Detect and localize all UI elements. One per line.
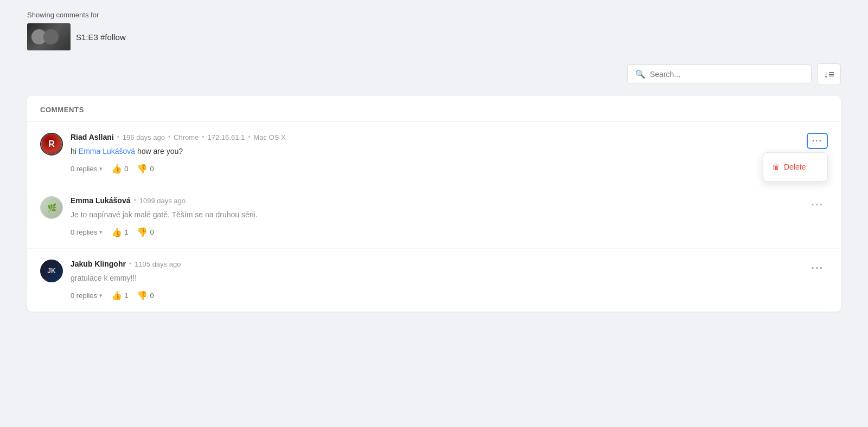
- comment-options: ··· 🗑 Delete: [807, 133, 828, 149]
- options-button[interactable]: ···: [807, 133, 828, 149]
- mention-link[interactable]: Emma Lukášová: [79, 147, 135, 156]
- page-container: Showing comments for S1:E3 #follow 🔍 ↓≡ …: [11, 0, 857, 322]
- options-button[interactable]: ···: [807, 196, 828, 213]
- comments-panel: Comments R Riad Asllani • 196 days ago •…: [27, 96, 841, 312]
- comment-text-after-mention: how are you?: [135, 147, 183, 156]
- replies-button[interactable]: 0 replies ▾: [71, 292, 103, 300]
- options-button[interactable]: ···: [807, 260, 828, 276]
- delete-label: Delete: [784, 163, 806, 171]
- comment-actions: 0 replies ▾ 👍 0 👎 0: [71, 164, 828, 174]
- comment-author: Jakub Klingohr: [71, 260, 126, 268]
- like-group: 👍 0: [111, 164, 128, 174]
- comment-author: Emma Lukášová: [71, 196, 131, 205]
- thumbs-up-icon[interactable]: 👍: [111, 227, 122, 237]
- delete-option[interactable]: 🗑 Delete: [763, 157, 827, 177]
- thumbs-down-icon[interactable]: 👎: [137, 290, 148, 301]
- comment-meta: Jakub Klingohr • 1105 days ago: [71, 260, 828, 268]
- comment-body: Emma Lukášová • 1099 days ago Je to napí…: [71, 196, 828, 237]
- comment-browser: Chrome: [174, 133, 199, 141]
- avatar-image: 🌿: [41, 197, 62, 218]
- episode-thumbnail: [27, 23, 71, 50]
- comment-text: gratulace k emmy!!!: [71, 273, 828, 284]
- thumbs-up-icon[interactable]: 👍: [111, 164, 122, 174]
- replies-button[interactable]: 0 replies ▾: [71, 228, 103, 236]
- dropdown-menu: 🗑 Delete: [763, 152, 828, 182]
- meta-dot: •: [168, 133, 170, 141]
- header-section: Showing comments for S1:E3 #follow: [27, 11, 841, 50]
- meta-dot: •: [129, 260, 131, 268]
- thumbs-up-icon[interactable]: 👍: [111, 290, 122, 301]
- trash-icon: 🗑: [772, 163, 780, 171]
- comment-actions: 0 replies ▾ 👍 1 👎 0: [71, 227, 828, 237]
- like-group: 👍 1: [111, 227, 128, 237]
- chevron-down-icon: ▾: [99, 229, 103, 236]
- comment-meta: Emma Lukášová • 1099 days ago: [71, 196, 828, 205]
- dislike-group: 👎 0: [137, 164, 154, 174]
- comment-days-ago: 1099 days ago: [139, 197, 186, 205]
- like-count: 0: [124, 165, 128, 173]
- comment-os: Mac OS X: [253, 133, 285, 141]
- comment-text: Je to napínavé jak malé gatě. Těším se n…: [71, 209, 828, 221]
- table-row: R Riad Asllani • 196 days ago • Chrome •…: [27, 122, 841, 185]
- dislike-count: 0: [150, 165, 154, 173]
- like-group: 👍 1: [111, 290, 128, 301]
- episode-title: S1:E3 #follow: [76, 33, 126, 42]
- like-count: 1: [124, 228, 128, 236]
- thumbs-down-icon[interactable]: 👎: [137, 164, 148, 174]
- episode-info: S1:E3 #follow: [27, 23, 841, 50]
- comment-body: Jakub Klingohr • 1105 days ago gratulace…: [71, 260, 828, 301]
- replies-count: 0 replies: [71, 292, 97, 300]
- comment-body: Riad Asllani • 196 days ago • Chrome • 1…: [71, 133, 828, 174]
- chevron-down-icon: ▾: [99, 165, 103, 172]
- sort-icon: ↓≡: [824, 69, 834, 79]
- dislike-count: 0: [150, 292, 154, 300]
- sort-button[interactable]: ↓≡: [817, 63, 841, 85]
- search-box: 🔍: [627, 64, 812, 84]
- comment-options: ···: [807, 196, 828, 213]
- dislike-count: 0: [150, 228, 154, 236]
- thumbnail-figure2: [43, 29, 59, 44]
- replies-count: 0 replies: [71, 228, 97, 236]
- avatar-image: JK: [40, 260, 63, 282]
- comment-options: ···: [807, 260, 828, 276]
- dislike-group: 👎 0: [137, 290, 154, 301]
- search-sort-bar: 🔍 ↓≡: [27, 63, 841, 85]
- like-count: 1: [124, 292, 128, 300]
- comment-meta: Riad Asllani • 196 days ago • Chrome • 1…: [71, 133, 828, 141]
- showing-label: Showing comments for: [27, 11, 841, 19]
- comment-ip: 172.16.61.1: [208, 133, 245, 141]
- avatar: JK: [40, 260, 63, 282]
- meta-dot: •: [134, 197, 136, 204]
- avatar: 🌿: [40, 196, 63, 219]
- search-input[interactable]: [650, 70, 803, 79]
- dislike-group: 👎 0: [137, 227, 154, 237]
- replies-count: 0 replies: [71, 165, 97, 173]
- avatar-image: R: [41, 134, 62, 154]
- comment-text: hi Emma Lukášová how are you?: [71, 146, 828, 157]
- search-icon: 🔍: [635, 69, 646, 79]
- thumbnail-inner: [27, 23, 71, 50]
- comments-header: Comments: [27, 96, 841, 122]
- avatar: R: [40, 133, 63, 156]
- comment-author: Riad Asllani: [71, 133, 114, 141]
- comment-days-ago: 1105 days ago: [135, 260, 181, 268]
- meta-dot: •: [202, 133, 204, 141]
- comment-actions: 0 replies ▾ 👍 1 👎 0: [71, 290, 828, 301]
- meta-dot: •: [117, 133, 119, 141]
- table-row: JK Jakub Klingohr • 1105 days ago gratul…: [27, 249, 841, 312]
- thumbs-down-icon[interactable]: 👎: [137, 227, 148, 237]
- meta-dot: •: [248, 133, 250, 141]
- chevron-down-icon: ▾: [99, 292, 103, 299]
- comment-days-ago: 196 days ago: [123, 133, 165, 141]
- table-row: 🌿 Emma Lukášová • 1099 days ago Je to na…: [27, 185, 841, 249]
- replies-button[interactable]: 0 replies ▾: [71, 165, 103, 173]
- comment-text-before-mention: hi: [71, 147, 79, 156]
